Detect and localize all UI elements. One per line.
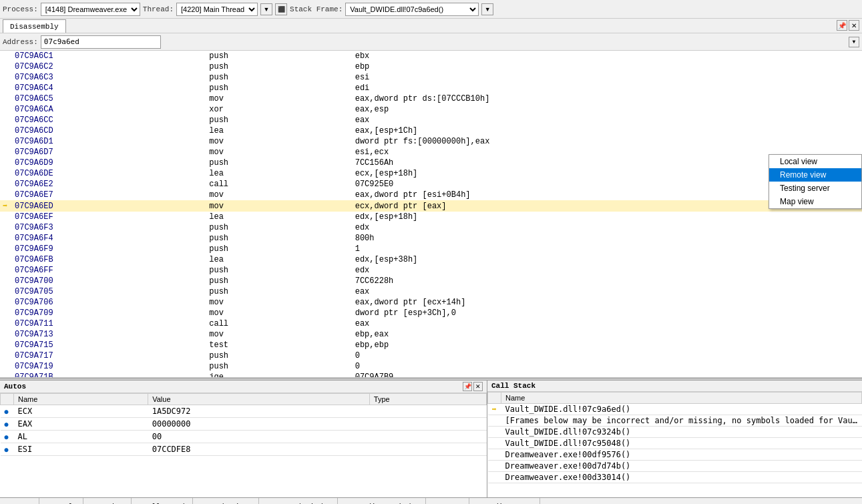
context-menu-item[interactable]: Testing server bbox=[769, 182, 861, 195]
autos-row[interactable]: ● ESI 07CCDFE8 bbox=[1, 443, 487, 456]
callstack-row[interactable]: ➡ Vault_DWIDE.dll!07c9a6ed() bbox=[488, 404, 862, 415]
autos-pin-btn[interactable]: 📌 bbox=[463, 382, 472, 391]
disasm-row[interactable]: ➡ 07C9A6ED mov ecx,dword ptr [eax] bbox=[0, 200, 862, 212]
callstack-scroll[interactable]: Name ➡ Vault_DWIDE.dll!07c9a6ed() [Frame… bbox=[487, 392, 862, 497]
disasm-row[interactable]: 07C9A6C5 mov eax,dword ptr ds:[07CCCB10h… bbox=[0, 93, 862, 104]
thread-label: Thread: bbox=[143, 5, 174, 13]
callstack-row[interactable]: Dreamweaver.exe!00df9576() bbox=[488, 449, 862, 461]
disasm-row[interactable]: 07C9A706 mov eax,dword ptr [ecx+14h] bbox=[0, 297, 862, 308]
disasm-row[interactable]: 07C9A713 mov ebp,eax bbox=[0, 329, 862, 340]
disasm-row[interactable]: 07C9A6F3 push edx bbox=[0, 222, 862, 233]
disasm-row[interactable]: 07C9A6E7 mov eax,dword ptr [esi+0B4h] bbox=[0, 190, 862, 200]
callstack-row[interactable]: Dreamweaver.exe!00d7d74b() bbox=[488, 461, 862, 472]
context-menu-item[interactable]: Map view bbox=[769, 195, 861, 208]
disasm-mnemonic: call bbox=[206, 179, 352, 190]
disasm-row[interactable]: 07C9A6D1 mov dword ptr fs:[00000000h],ea… bbox=[0, 136, 862, 147]
context-menu-item[interactable]: Local view bbox=[769, 155, 861, 168]
disasm-row[interactable]: 07C9A719 push 0 bbox=[0, 361, 862, 372]
disasm-operands: ebx bbox=[353, 51, 862, 61]
disasm-arrow bbox=[0, 297, 12, 308]
disasm-mnemonic: jge bbox=[206, 372, 352, 377]
disasm-row[interactable]: 07C9A6C1 push ebx bbox=[0, 51, 862, 61]
disasm-arrow bbox=[0, 125, 12, 136]
autos-row[interactable]: ● AL 00 bbox=[1, 431, 487, 443]
bottom-tab[interactable]: ▦Pending C... bbox=[469, 498, 540, 505]
disasm-scroll[interactable]: 07C9A6C1 push ebx 07C9A6C2 push ebp 07C9… bbox=[0, 51, 862, 377]
disasm-row[interactable]: 07C9A6D7 mov esi,ecx bbox=[0, 147, 862, 158]
disasm-row[interactable]: 07C9A6C3 push esi bbox=[0, 72, 862, 83]
disasm-row[interactable]: 07C9A709 mov dword ptr [esp+3Ch],0 bbox=[0, 308, 862, 318]
disasm-addr: 07C9A6C5 bbox=[12, 93, 206, 104]
disasm-addr: 07C9A6EF bbox=[12, 212, 206, 222]
autos-row[interactable]: ● ECX 1A5DC972 bbox=[1, 405, 487, 418]
disasm-mnemonic: mov bbox=[206, 308, 352, 318]
disasm-arrow bbox=[0, 222, 12, 233]
disasm-addr: 07C9A715 bbox=[12, 340, 206, 350]
callstack-row[interactable]: [Frames below may be incorrect and/or mi… bbox=[488, 415, 862, 427]
disasm-row[interactable]: 07C9A6F4 push 800h bbox=[0, 233, 862, 244]
thread-stop-btn[interactable]: ⬛ bbox=[275, 3, 287, 15]
toolbar: Process: [4148] Dreamweaver.exe Thread: … bbox=[0, 0, 862, 19]
pin-btn[interactable]: 📌 bbox=[837, 20, 847, 31]
disasm-row[interactable]: 07C9A6C4 push edi bbox=[0, 83, 862, 93]
disasm-row[interactable]: 07C9A711 call eax bbox=[0, 318, 862, 329]
disasm-row[interactable]: 07C9A6EF lea edx,[esp+18h] bbox=[0, 212, 862, 222]
disasm-addr: 07C9A6C1 bbox=[12, 51, 206, 61]
disasm-row[interactable]: 07C9A6E2 call 07C925E0 bbox=[0, 179, 862, 190]
callstack-row[interactable]: Dreamweaver.exe!00d33014() bbox=[488, 472, 862, 483]
disasm-row[interactable]: 07C9A6FF push edx bbox=[0, 265, 862, 276]
disasm-row[interactable]: 07C9A6CD lea eax,[esp+1Ch] bbox=[0, 125, 862, 136]
disasm-row[interactable]: 07C9A71B jge 07C9A7B9 bbox=[0, 372, 862, 377]
disasm-operands: esi bbox=[353, 72, 862, 83]
tab-bar: Disassembly 📌 ✕ bbox=[0, 19, 862, 33]
disasm-row[interactable]: 07C9A717 push 0 bbox=[0, 350, 862, 361]
context-menu-item[interactable]: Remote view bbox=[769, 168, 861, 182]
stackframe-select[interactable]: Vault_DWIDE.dll!07c9a6ed() bbox=[345, 3, 479, 16]
thread-filter-btn[interactable]: ▼ bbox=[260, 3, 272, 15]
bottom-tab[interactable]: ▦Breakpoints bbox=[193, 498, 259, 505]
disasm-addr: 07C9A6F9 bbox=[12, 244, 206, 254]
thread-select[interactable]: [4220] Main Thread bbox=[176, 3, 258, 16]
disasm-operands: 7CC6228h bbox=[353, 276, 862, 286]
process-select[interactable]: [4148] Dreamweaver.exe bbox=[41, 3, 140, 16]
disasm-row[interactable]: 07C9A700 push 7CC6228h bbox=[0, 276, 862, 286]
bottom-tab[interactable]: ▦Command Window bbox=[259, 498, 338, 505]
autos-row[interactable]: ● EAX 00000000 bbox=[1, 418, 487, 431]
disasm-addr: 07C9A6F3 bbox=[12, 222, 206, 233]
callstack-row[interactable]: Vault_DWIDE.dll!07c95048() bbox=[488, 438, 862, 449]
callstack-name: Vault_DWIDE.dll!07c9a6ed() bbox=[501, 404, 862, 415]
disasm-row[interactable]: 07C9A6F9 push 1 bbox=[0, 244, 862, 254]
disasm-row[interactable]: 07C9A6C2 push ebp bbox=[0, 61, 862, 72]
callstack-row[interactable]: Vault_DWIDE.dll!07c9324b() bbox=[488, 427, 862, 438]
process-label: Process: bbox=[3, 5, 38, 13]
disasm-row[interactable]: 07C9A6CC push eax bbox=[0, 115, 862, 125]
disasm-row[interactable]: 07C9A6D9 push 7CC156Ah bbox=[0, 158, 862, 168]
disasm-row[interactable]: 07C9A715 test ebp,ebp bbox=[0, 340, 862, 350]
disasm-addr: 07C9A6FB bbox=[12, 254, 206, 265]
autos-scroll[interactable]: Name Value Type ● ECX 1A5DC972 ● EAX 000… bbox=[0, 393, 487, 497]
bottom-tab[interactable]: ▦Call Stack bbox=[132, 498, 193, 505]
disasm-arrow bbox=[0, 361, 12, 372]
callstack-panel: Call Stack Name ➡ Vault_DWIDE.dll!07c9a6… bbox=[487, 381, 862, 497]
disasm-mnemonic: call bbox=[206, 318, 352, 329]
disasm-row[interactable]: 07C9A6DE lea ecx,[esp+18h] bbox=[0, 168, 862, 179]
disasm-row[interactable]: 07C9A6FB lea edx,[esp+38h] bbox=[0, 254, 862, 265]
disasm-arrow bbox=[0, 286, 12, 297]
disasm-row[interactable]: 07C9A705 push eax bbox=[0, 286, 862, 297]
disasm-mnemonic: mov bbox=[206, 329, 352, 340]
close-btn[interactable]: ✕ bbox=[849, 20, 859, 31]
disasm-addr: 07C9A6DE bbox=[12, 168, 206, 179]
disasm-row[interactable]: 07C9A6CA xor eax,esp bbox=[0, 104, 862, 115]
autos-close-btn[interactable]: ✕ bbox=[473, 382, 483, 391]
bottom-tab[interactable]: ▦Autos bbox=[0, 498, 39, 505]
callstack-name: Dreamweaver.exe!00d33014() bbox=[501, 472, 862, 483]
disassembly-tab[interactable]: Disassembly bbox=[3, 19, 66, 33]
bottom-tab[interactable]: ▦Watch 1 bbox=[83, 498, 132, 505]
stackframe-dropdown-btn[interactable]: ▼ bbox=[481, 3, 493, 15]
bottom-tab[interactable]: ▦Output bbox=[426, 498, 470, 505]
bottom-tab[interactable]: ▦Immediate Window bbox=[338, 498, 426, 505]
address-scroll-btn[interactable]: ▼ bbox=[849, 37, 859, 47]
bottom-tab[interactable]: ▦Locals bbox=[39, 498, 83, 505]
disasm-arrow bbox=[0, 350, 12, 361]
address-input[interactable] bbox=[41, 35, 161, 49]
